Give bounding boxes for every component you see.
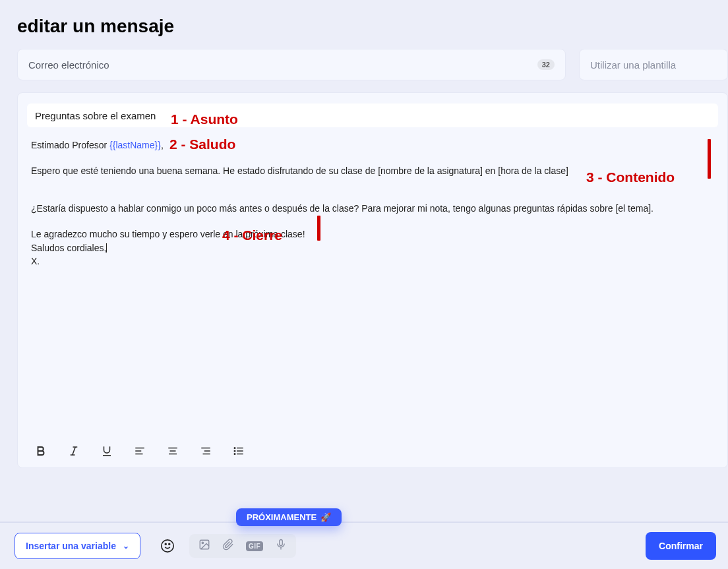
- audio-button[interactable]: [275, 539, 287, 553]
- closing-line-3: X.: [31, 255, 714, 268]
- channel-label: Correo electrónico: [28, 59, 109, 71]
- coming-soon-badge: PRÓXIMAMENTE 🚀: [236, 508, 342, 526]
- bold-icon: [35, 445, 47, 457]
- align-left-button[interactable]: [133, 444, 147, 458]
- body-line-1: Espero que esté teniendo una buena seman…: [31, 165, 714, 177]
- insert-variable-label: Insertar una variable: [26, 541, 116, 551]
- microphone-icon: [275, 539, 287, 551]
- align-right-button[interactable]: [198, 444, 213, 458]
- emoji-button[interactable]: [159, 537, 176, 554]
- bullet-list-button[interactable]: [231, 444, 246, 458]
- format-toolbar: [27, 436, 718, 461]
- list-icon: [233, 445, 245, 457]
- align-center-button[interactable]: [166, 444, 180, 458]
- header-row: Correo electrónico 32 Utilizar una plant…: [0, 49, 728, 80]
- channel-count-badge: 32: [537, 59, 555, 70]
- body-line-2: ¿Estaría dispuesto a hablar conmigo un p…: [31, 202, 714, 215]
- greeting-suffix: ,: [161, 140, 164, 150]
- greeting-prefix: Estimado Profesor: [31, 140, 109, 150]
- svg-line-2: [73, 447, 76, 455]
- gif-button[interactable]: GIF: [246, 541, 263, 551]
- footer-bar: PRÓXIMAMENTE 🚀 Insertar una variable ⌄ G…: [0, 522, 728, 569]
- italic-icon: [68, 445, 80, 457]
- greeting-line: Estimado Profesor {{lastName}},: [31, 139, 714, 152]
- template-select[interactable]: Utilizar una plantilla: [579, 49, 728, 80]
- closing-line-1: Le agradezco mucho su tiempo y espero ve…: [31, 228, 714, 241]
- closing-text-2: Saludos cordiales,: [31, 243, 106, 253]
- svg-point-17: [234, 450, 235, 452]
- attachment-group: GIF: [189, 534, 296, 558]
- closing-line-2: Saludos cordiales,: [31, 242, 714, 255]
- image-icon: [198, 539, 210, 551]
- italic-button[interactable]: [67, 444, 81, 458]
- chevron-down-icon: ⌄: [123, 541, 129, 551]
- confirm-button[interactable]: Confirmar: [646, 532, 716, 560]
- text-cursor: [106, 243, 107, 253]
- align-right-icon: [200, 445, 212, 457]
- subject-text: Preguntas sobre el examen: [35, 110, 156, 121]
- insert-variable-button[interactable]: Insertar una variable ⌄: [15, 533, 140, 559]
- svg-point-19: [162, 540, 173, 552]
- svg-point-23: [202, 542, 203, 543]
- align-center-icon: [167, 445, 179, 457]
- svg-point-21: [169, 543, 170, 545]
- attachment-button[interactable]: [222, 539, 234, 553]
- svg-point-20: [165, 543, 166, 545]
- bold-button[interactable]: [34, 444, 48, 458]
- align-left-icon: [134, 445, 146, 457]
- paperclip-icon: [222, 539, 234, 551]
- coming-soon-text: PRÓXIMAMENTE: [247, 512, 317, 522]
- smile-icon: [160, 539, 175, 553]
- page-title: editar un mensaje: [0, 0, 728, 49]
- svg-point-18: [234, 454, 235, 455]
- channel-select[interactable]: Correo electrónico 32: [17, 49, 566, 80]
- template-placeholder: Utilizar una plantilla: [590, 59, 676, 71]
- underline-icon: [101, 445, 113, 457]
- body-editor[interactable]: Estimado Profesor {{lastName}}, Espero q…: [27, 136, 718, 436]
- editor-panel: Preguntas sobre el examen Estimado Profe…: [17, 92, 728, 468]
- rocket-icon: 🚀: [320, 512, 331, 522]
- subject-input[interactable]: Preguntas sobre el examen: [27, 104, 718, 127]
- image-button[interactable]: [198, 539, 210, 553]
- svg-rect-24: [280, 540, 283, 546]
- variable-token-lastname: {{lastName}}: [109, 140, 161, 150]
- underline-button[interactable]: [100, 444, 114, 458]
- svg-point-16: [234, 448, 235, 449]
